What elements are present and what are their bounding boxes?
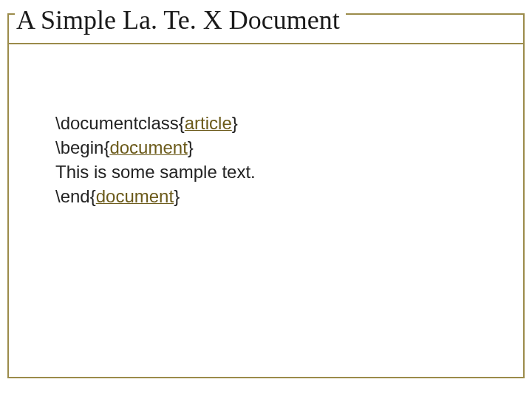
code-line-1: \documentclass{article} [55, 111, 256, 135]
cmd-end: } [232, 113, 238, 133]
slide: A Simple La. Te. X Document \documentcla… [0, 0, 532, 399]
slide-title: A Simple La. Te. X Document [15, 4, 346, 35]
title-underline [9, 43, 523, 44]
cmd-text: \documentclass{ [55, 113, 185, 133]
cmd-end: } [188, 137, 194, 157]
code-line-4: \end{document} [55, 184, 256, 208]
cmd-arg: document [109, 137, 187, 157]
code-line-3: This is some sample text. [55, 160, 256, 184]
cmd-text: \begin{ [55, 137, 109, 157]
cmd-arg: document [96, 186, 174, 206]
cmd-text: \end{ [55, 186, 96, 206]
code-line-2: \begin{document} [55, 135, 256, 160]
cmd-arg: article [185, 113, 232, 133]
code-block: \documentclass{article} \begin{document}… [55, 111, 256, 208]
cmd-end: } [174, 186, 180, 206]
